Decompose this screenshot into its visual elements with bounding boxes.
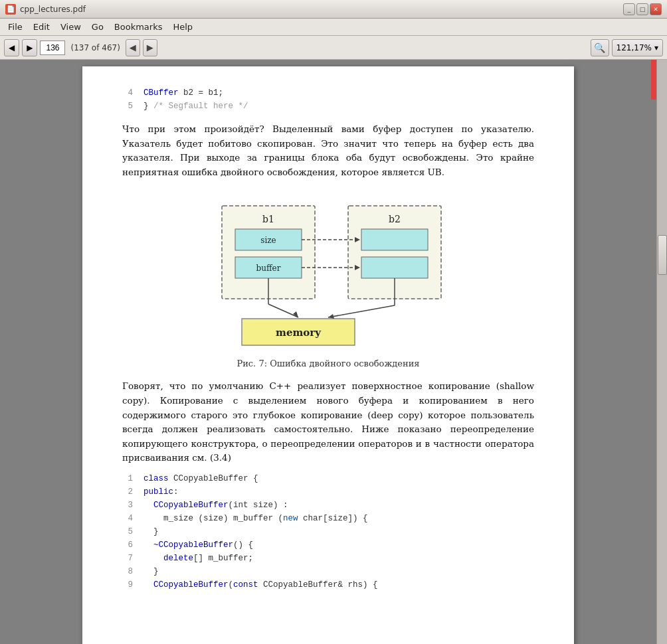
code-block-top: 4 CBuffer b2 = b1; 5 } /* Segfault here … (122, 86, 534, 113)
diagram-container: b1 size buffer b2 (122, 193, 534, 352)
code-line-b6: 6 ~CCopyableBuffer() { (122, 538, 534, 552)
svg-text:b1: b1 (262, 214, 274, 224)
code-line-b1: 1 class CCopyableBuffer { (122, 472, 534, 485)
page-document: 4 CBuffer b2 = b1; 5 } /* Segfault here … (82, 66, 574, 644)
prev-page-button[interactable]: ◀ (126, 39, 140, 56)
forward-button[interactable]: ▶ (22, 39, 37, 56)
zoom-chevron-icon: ▾ (654, 43, 658, 52)
zoom-label: 121,17% (617, 43, 652, 52)
content-area: 4 CBuffer b2 = b1; 5 } /* Segfault here … (0, 60, 667, 644)
svg-rect-8 (361, 229, 428, 250)
figure-caption: Рис. 7: Ошибка двойного освобождения (122, 359, 534, 368)
window-controls: _ □ ✕ (623, 3, 662, 15)
menu-view[interactable]: View (55, 20, 86, 34)
code-line-4: 4 CBuffer b2 = b1; (122, 86, 534, 100)
vertical-scrollbar[interactable] (656, 60, 667, 644)
svg-marker-21 (328, 314, 334, 319)
code-line-5: 5 } /* Segfault here */ (122, 100, 534, 113)
scroll-accent (651, 60, 656, 100)
titlebar: 📄 cpp_lectures.pdf _ □ ✕ (0, 0, 667, 19)
diagram-svg: b1 size buffer b2 (195, 193, 461, 352)
code-block-bottom: 1 class CCopyableBuffer { 2 public: 3 CC… (122, 472, 534, 592)
svg-text:memory: memory (276, 327, 322, 339)
code-line-b5: 5 } (122, 525, 534, 538)
minimize-button[interactable]: _ (623, 3, 635, 15)
toolbar: ◀ ▶ (137 of 467) ◀ ▶ 🔍 121,17% ▾ (0, 36, 667, 60)
menu-go[interactable]: Go (86, 20, 109, 34)
menu-edit[interactable]: Edit (28, 20, 55, 34)
search-button[interactable]: 🔍 (591, 39, 609, 56)
pdf-page[interactable]: 4 CBuffer b2 = b1; 5 } /* Segfault here … (0, 60, 656, 644)
menu-help[interactable]: Help (167, 20, 198, 34)
code-line-b8: 8 } (122, 565, 534, 578)
svg-line-20 (328, 305, 395, 317)
paragraph-1: Что при этом произойдёт? Выделенный вами… (122, 122, 534, 179)
next-page-button[interactable]: ▶ (143, 39, 157, 56)
svg-line-17 (268, 304, 298, 317)
maximize-button[interactable]: □ (636, 3, 648, 15)
code-line-b7: 7 delete[] m_buffer; (122, 552, 534, 565)
back-button[interactable]: ◀ (4, 39, 19, 56)
close-button[interactable]: ✕ (650, 3, 662, 15)
window-title: cpp_lectures.pdf (20, 5, 623, 14)
scroll-thumb[interactable] (658, 235, 667, 275)
menubar: File Edit View Go Bookmarks Help (0, 19, 667, 36)
app-icon: 📄 (5, 4, 16, 15)
code-line-b9: 9 CCopyableBuffer(const CCopyableBuffer&… (122, 578, 534, 592)
menu-file[interactable]: File (3, 20, 28, 34)
svg-rect-9 (361, 257, 428, 278)
code-line-b4: 4 m_size (size) m_buffer (new char[size]… (122, 512, 534, 525)
zoom-control[interactable]: 121,17% ▾ (612, 39, 663, 56)
svg-text:size: size (260, 236, 276, 245)
svg-text:buffer: buffer (256, 264, 281, 273)
svg-text:b2: b2 (389, 214, 401, 224)
page-info: (137 of 467) (68, 43, 122, 52)
code-line-b3: 3 CCopyableBuffer(int size) : (122, 499, 534, 512)
menu-bookmarks[interactable]: Bookmarks (109, 20, 168, 34)
page-number-input[interactable] (40, 40, 65, 55)
paragraph-2: Говорят, что по умолчанию C++ реализует … (122, 379, 534, 465)
code-line-b2: 2 public: (122, 485, 534, 499)
